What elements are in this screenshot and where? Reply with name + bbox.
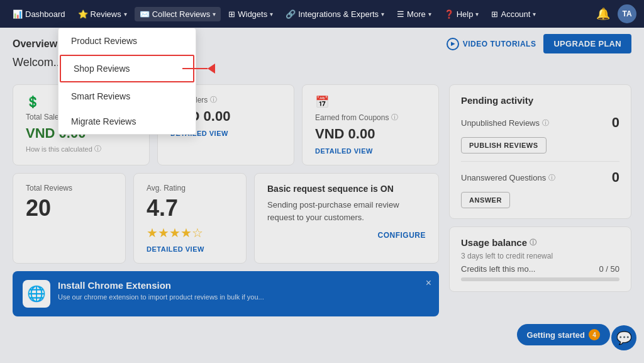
nav-dashboard-label: Dashboard xyxy=(25,9,65,19)
notification-bell-icon[interactable]: 🔔 xyxy=(591,4,615,23)
chevron-down-icon-2: ▾ xyxy=(213,11,216,18)
dropdown-item-migrate-reviews[interactable]: Migrate Reviews xyxy=(58,109,196,134)
navbar: 📊 Dashboard ⭐ Reviews ▾ ✉️ Collect Revie… xyxy=(0,0,644,28)
nav-more[interactable]: ☰ More ▾ xyxy=(392,7,436,21)
nav-help-label: Help xyxy=(457,9,474,19)
nav-widgets-label: Widgets xyxy=(238,9,267,19)
widgets-icon: ⊞ xyxy=(228,9,235,19)
arrow-indicator xyxy=(182,64,215,74)
dashboard-icon: 📊 xyxy=(13,9,23,19)
dropdown-item-shop-reviews[interactable]: Shop Reviews xyxy=(60,55,194,82)
arrow-head xyxy=(208,64,215,74)
dropdown-item-product-reviews[interactable]: Product Reviews xyxy=(58,28,196,53)
chevron-down-icon-4: ▾ xyxy=(381,11,384,18)
collect-reviews-dropdown: Product Reviews Shop Reviews Smart Revie… xyxy=(58,28,196,135)
nav-integrations-label: Integrations & Experts xyxy=(298,9,379,19)
nav-more-label: More xyxy=(407,9,426,19)
nav-account[interactable]: ⊞ Account ▾ xyxy=(486,7,541,21)
arrow-line xyxy=(182,68,208,69)
nav-account-label: Account xyxy=(501,9,530,19)
nav-integrations[interactable]: 🔗 Integrations & Experts ▾ xyxy=(280,7,389,21)
nav-reviews[interactable]: ⭐ Reviews ▾ xyxy=(73,7,132,21)
more-icon: ☰ xyxy=(397,9,404,19)
account-grid-icon: ⊞ xyxy=(491,9,498,19)
email-icon: ✉️ xyxy=(140,9,150,19)
integrations-icon: 🔗 xyxy=(286,9,296,19)
chevron-down-icon-3: ▾ xyxy=(270,11,273,18)
nav-collect-reviews[interactable]: ✉️ Collect Reviews ▾ xyxy=(135,7,221,21)
chevron-down-icon-6: ▾ xyxy=(475,11,479,18)
avatar[interactable]: TA xyxy=(618,4,636,23)
chevron-down-icon-5: ▾ xyxy=(428,11,431,18)
nav-help[interactable]: ❓ Help ▾ xyxy=(439,7,484,21)
nav-dashboard[interactable]: 📊 Dashboard xyxy=(8,7,70,21)
nav-widgets[interactable]: ⊞ Widgets ▾ xyxy=(223,7,278,21)
nav-reviews-label: Reviews xyxy=(91,9,121,19)
star-icon: ⭐ xyxy=(78,9,88,19)
nav-collect-reviews-label: Collect Reviews xyxy=(152,9,210,19)
chevron-down-icon: ▾ xyxy=(124,11,127,18)
dropdown-item-smart-reviews[interactable]: Smart Reviews xyxy=(58,84,196,109)
chevron-down-icon-7: ▾ xyxy=(533,11,536,18)
help-icon: ❓ xyxy=(444,9,454,19)
